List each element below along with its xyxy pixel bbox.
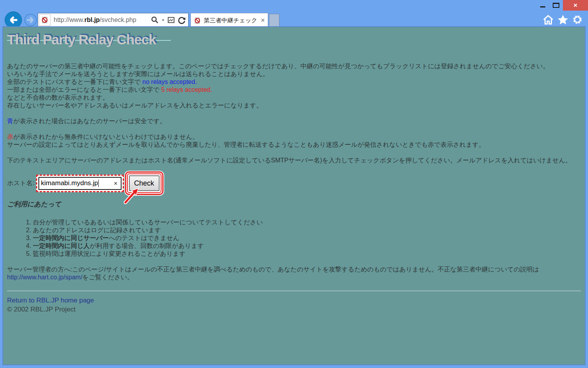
url-text: http://www.rbl.jp/svcheck.php <box>54 16 151 24</box>
page-icon[interactable] <box>167 16 175 24</box>
check-button[interactable]: Check <box>129 175 160 191</box>
hostname-input-value: kimamabi.mydns.jp <box>41 179 98 187</box>
annotation-red-box: Check <box>125 171 163 195</box>
host-check-form: ホスト名: kimamabi.mydns.jp × Check <box>7 172 581 194</box>
usage-list: 自分が管理しているあるいは関係しているサーバーについてテストしてください あなた… <box>7 219 581 258</box>
annotation-dotted-box: kimamabi.mydns.jp × <box>36 175 124 192</box>
hart-spam-link[interactable]: http://www.hart.co.jp/spam/ <box>7 274 82 281</box>
list-item: 監視時間は運用状況により変更されることがあります <box>33 250 581 258</box>
blue-note-paragraph: 青が表示された場合にはあなたのサーバーは安全です。 <box>7 117 581 125</box>
tab-close-icon[interactable]: × <box>261 17 265 24</box>
refresh-icon[interactable] <box>178 16 186 24</box>
clear-input-icon[interactable]: × <box>114 180 117 188</box>
page-content: Third Party Relay Check あなたのサーバーの第三者中継の可… <box>3 27 585 364</box>
red-note-paragraph: 赤が表示されたから無条件にいけないというわけではありません。 サーバーの設定によ… <box>7 133 581 149</box>
intro-paragraph: あなたのサーバーの第三者中継の可能性をチェックします。このページではチェックする… <box>7 62 581 109</box>
close-button[interactable]: × <box>563 0 588 11</box>
browser-tab[interactable]: 第三者中継チェック ... × <box>191 13 268 27</box>
search-icon[interactable] <box>151 16 159 24</box>
hostname-label: ホスト名: <box>7 179 34 187</box>
page-title: Third Party Relay Check <box>7 33 156 47</box>
list-item: 自分が管理しているあるいは関係しているサーバーについてテストしてください <box>33 219 581 226</box>
instruction-paragraph: 下のテキストエリアにサーバーのアドレスまたはホスト名(通常メールソフトに設定して… <box>7 157 581 164</box>
list-item: あなたのアドレスはログに記録されています <box>33 226 581 234</box>
footer-divider <box>7 291 581 291</box>
forward-button[interactable] <box>24 14 37 26</box>
address-bar[interactable]: http://www.rbl.jp/svcheck.php ▼ <box>38 13 189 27</box>
tab-title: 第三者中継チェック ... <box>204 17 258 24</box>
forward-arrow-icon <box>26 15 35 25</box>
hostname-input[interactable]: kimamabi.mydns.jp × <box>38 177 122 190</box>
text-caret <box>98 180 99 187</box>
minimize-button[interactable] <box>536 0 549 11</box>
new-tab-button[interactable] <box>269 14 279 27</box>
list-item: 一定時間内に同じ人が利用する場合、回数の制限があります <box>33 242 581 250</box>
tab-favicon-icon <box>194 17 201 24</box>
titlebar: × <box>0 0 588 11</box>
copyright-text: © 2002 RBL.JP Project <box>7 306 581 313</box>
navigation-bar: http://www.rbl.jp/svcheck.php ▼ 第三者中継チェッ… <box>0 11 588 27</box>
back-button[interactable] <box>5 11 22 29</box>
minimize-icon <box>540 6 545 7</box>
list-item: 一定時間内に同じサーバーへのテストはできません <box>33 234 581 242</box>
usage-heading: ご利用にあたって <box>7 200 581 208</box>
rbljp-home-link[interactable]: Return to RBL.JP home page <box>7 297 94 304</box>
maximize-button[interactable] <box>549 0 563 11</box>
red-result-sample: 5 relays accepted. <box>161 86 212 93</box>
home-icon[interactable] <box>543 15 554 25</box>
blue-result-sample: no relays accepted. <box>142 78 197 85</box>
settings-gear-icon[interactable] <box>572 15 583 25</box>
site-favicon-icon <box>39 14 51 26</box>
favorites-star-icon[interactable] <box>558 15 568 25</box>
maximize-icon <box>553 3 559 8</box>
search-dropdown-icon[interactable]: ▼ <box>162 18 165 22</box>
back-arrow-icon <box>7 14 19 26</box>
admin-note-paragraph: サーバー管理者の方へ:このページ/サイトはメールの不正な第三者中継を調べるための… <box>7 266 581 281</box>
